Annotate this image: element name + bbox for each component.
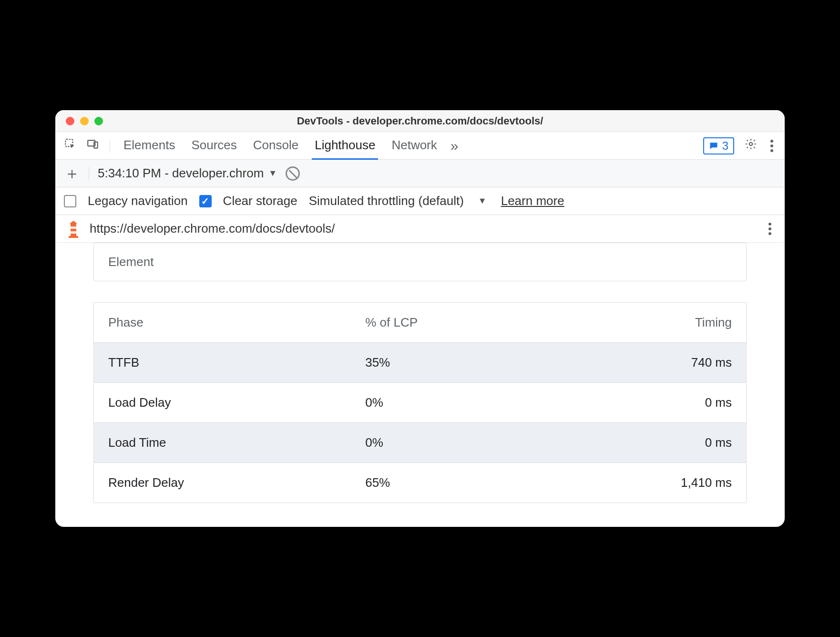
- clear-report-icon[interactable]: [286, 166, 300, 181]
- tab-elements[interactable]: Elements: [121, 132, 178, 160]
- cell-phase: Render Delay: [94, 463, 351, 503]
- table-row: Render Delay 65% 1,410 ms: [94, 463, 747, 503]
- svg-point-3: [749, 143, 753, 146]
- clear-storage-label: Clear storage: [223, 194, 297, 208]
- window-title: DevTools - developer.chrome.com/docs/dev…: [55, 115, 785, 127]
- clear-storage-checkbox[interactable]: [199, 195, 212, 207]
- svg-rect-7: [71, 231, 76, 234]
- learn-more-link[interactable]: Learn more: [501, 194, 564, 208]
- minimize-window-button[interactable]: [80, 117, 89, 125]
- lighthouse-toolbar: ＋ 5:34:10 PM - developer.chrom ▼: [55, 160, 785, 187]
- legacy-navigation-checkbox[interactable]: [64, 195, 76, 207]
- lcp-element-card: Element: [93, 243, 747, 281]
- report-selector-label: 5:34:10 PM - developer.chrom: [98, 166, 264, 181]
- inspect-element-icon[interactable]: [64, 138, 76, 154]
- cell-timing: 1,410 ms: [550, 463, 747, 503]
- cell-pct: 35%: [351, 343, 550, 383]
- issues-count: 3: [722, 139, 728, 153]
- lcp-phase-table: Phase % of LCP Timing TTFB 35% 740 ms Lo…: [93, 302, 747, 503]
- tab-network[interactable]: Network: [389, 132, 440, 160]
- svg-rect-5: [71, 224, 76, 236]
- separator: [110, 139, 110, 153]
- main-tabs: Elements Sources Console Lighthouse Netw…: [55, 132, 785, 160]
- traffic-lights: [55, 117, 103, 125]
- tab-console[interactable]: Console: [250, 132, 301, 160]
- col-pct: % of LCP: [351, 303, 550, 343]
- zoom-window-button[interactable]: [94, 117, 103, 125]
- lighthouse-icon: [66, 220, 81, 238]
- separator: [89, 167, 89, 180]
- report-more-options[interactable]: [766, 220, 774, 238]
- cell-phase: Load Delay: [94, 383, 351, 423]
- settings-gear-icon[interactable]: [745, 138, 757, 154]
- cell-timing: 0 ms: [550, 423, 747, 463]
- table-header-row: Phase % of LCP Timing: [94, 303, 747, 343]
- svg-rect-6: [71, 226, 76, 229]
- cell-phase: TTFB: [94, 343, 351, 383]
- issues-badge[interactable]: 3: [703, 137, 734, 154]
- close-window-button[interactable]: [66, 117, 74, 125]
- new-report-button[interactable]: ＋: [64, 163, 80, 185]
- cell-phase: Load Time: [94, 423, 351, 463]
- throttling-label: Simulated throttling (default): [309, 194, 464, 208]
- tab-lighthouse[interactable]: Lighthouse: [312, 132, 378, 160]
- devtools-window: DevTools - developer.chrome.com/docs/dev…: [55, 110, 785, 527]
- cell-pct: 65%: [351, 463, 550, 503]
- more-options-button[interactable]: [768, 137, 776, 155]
- svg-marker-4: [70, 221, 77, 224]
- cell-timing: 740 ms: [550, 343, 747, 383]
- report-url-row: https://developer.chrome.com/docs/devtoo…: [55, 215, 785, 243]
- table-row: TTFB 35% 740 ms: [94, 343, 747, 383]
- lighthouse-options: Legacy navigation Clear storage Simulate…: [55, 187, 785, 215]
- cell-pct: 0%: [351, 423, 550, 463]
- window-titlebar: DevTools - developer.chrome.com/docs/dev…: [55, 110, 785, 132]
- message-icon: [709, 141, 718, 151]
- table-row: Load Delay 0% 0 ms: [94, 383, 747, 423]
- chevron-down-icon: ▼: [268, 168, 277, 178]
- col-timing: Timing: [550, 303, 747, 343]
- more-tabs-button[interactable]: »: [451, 138, 459, 154]
- legacy-navigation-label: Legacy navigation: [88, 194, 188, 208]
- tab-sources[interactable]: Sources: [188, 132, 239, 160]
- report-url: https://developer.chrome.com/docs/devtoo…: [90, 221, 335, 236]
- lcp-element-card-title: Element: [94, 243, 746, 281]
- report-body: Element Phase % of LCP Timing TTFB 35% 7…: [55, 243, 785, 527]
- svg-rect-8: [69, 236, 78, 238]
- cell-pct: 0%: [351, 383, 550, 423]
- cell-timing: 0 ms: [550, 383, 747, 423]
- throttling-dropdown[interactable]: ▼: [475, 196, 490, 206]
- report-selector[interactable]: 5:34:10 PM - developer.chrom ▼: [98, 166, 277, 181]
- table-row: Load Time 0% 0 ms: [94, 423, 747, 463]
- col-phase: Phase: [94, 303, 351, 343]
- device-toolbar-icon[interactable]: [87, 138, 99, 154]
